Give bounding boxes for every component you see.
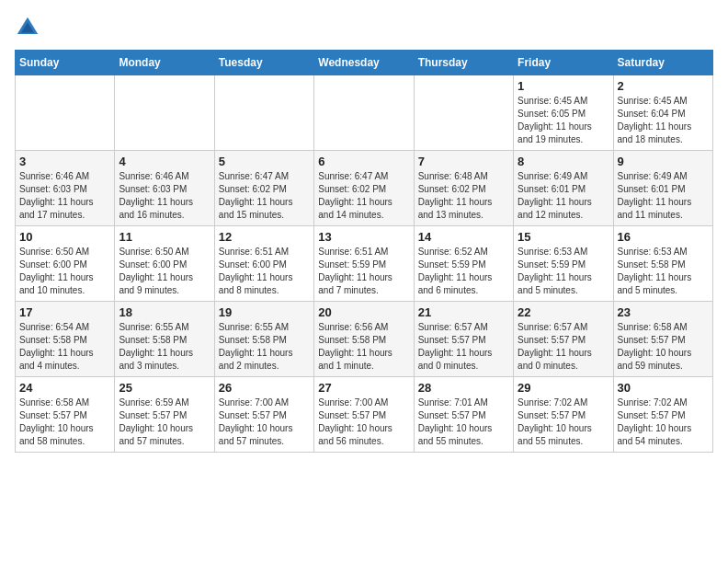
day-number: 24 bbox=[19, 381, 110, 395]
day-number: 14 bbox=[418, 230, 509, 244]
calendar-cell bbox=[115, 75, 214, 151]
week-row-1: 1Sunrise: 6:45 AM Sunset: 6:05 PM Daylig… bbox=[16, 75, 713, 151]
day-number: 15 bbox=[518, 230, 609, 244]
day-info: Sunrise: 7:01 AM Sunset: 5:57 PM Dayligh… bbox=[418, 396, 509, 448]
day-info: Sunrise: 6:47 AM Sunset: 6:02 PM Dayligh… bbox=[219, 170, 310, 222]
weekday-header-row: SundayMondayTuesdayWednesdayThursdayFrid… bbox=[16, 51, 713, 75]
day-number: 27 bbox=[318, 381, 409, 395]
day-info: Sunrise: 6:52 AM Sunset: 5:59 PM Dayligh… bbox=[418, 246, 509, 297]
day-info: Sunrise: 6:59 AM Sunset: 5:57 PM Dayligh… bbox=[119, 396, 210, 448]
calendar-cell: 18Sunrise: 6:55 AM Sunset: 5:58 PM Dayli… bbox=[115, 302, 214, 377]
day-info: Sunrise: 6:46 AM Sunset: 6:03 PM Dayligh… bbox=[19, 170, 110, 222]
day-info: Sunrise: 6:51 AM Sunset: 6:00 PM Dayligh… bbox=[219, 246, 310, 297]
day-number: 6 bbox=[318, 155, 409, 168]
day-number: 19 bbox=[219, 305, 310, 319]
calendar-cell: 24Sunrise: 6:58 AM Sunset: 5:57 PM Dayli… bbox=[16, 377, 115, 453]
day-number: 1 bbox=[518, 79, 609, 93]
calendar-cell: 16Sunrise: 6:53 AM Sunset: 5:58 PM Dayli… bbox=[613, 226, 712, 302]
calendar-cell: 22Sunrise: 6:57 AM Sunset: 5:57 PM Dayli… bbox=[514, 302, 613, 377]
week-row-4: 17Sunrise: 6:54 AM Sunset: 5:58 PM Dayli… bbox=[16, 302, 713, 377]
day-number: 13 bbox=[318, 230, 409, 244]
calendar-cell: 10Sunrise: 6:50 AM Sunset: 6:00 PM Dayli… bbox=[16, 226, 115, 302]
day-info: Sunrise: 6:54 AM Sunset: 5:58 PM Dayligh… bbox=[19, 321, 110, 373]
day-info: Sunrise: 6:53 AM Sunset: 5:59 PM Dayligh… bbox=[518, 246, 609, 297]
calendar-cell: 23Sunrise: 6:58 AM Sunset: 5:57 PM Dayli… bbox=[613, 302, 712, 377]
day-info: Sunrise: 6:45 AM Sunset: 6:04 PM Dayligh… bbox=[618, 95, 709, 146]
day-info: Sunrise: 6:46 AM Sunset: 6:03 PM Dayligh… bbox=[119, 170, 210, 222]
day-number: 11 bbox=[119, 230, 210, 244]
day-info: Sunrise: 7:00 AM Sunset: 5:57 PM Dayligh… bbox=[219, 396, 310, 448]
calendar-cell: 8Sunrise: 6:49 AM Sunset: 6:01 PM Daylig… bbox=[514, 151, 613, 226]
calendar-cell: 25Sunrise: 6:59 AM Sunset: 5:57 PM Dayli… bbox=[115, 377, 214, 453]
day-info: Sunrise: 6:48 AM Sunset: 6:02 PM Dayligh… bbox=[418, 170, 509, 222]
calendar-cell: 20Sunrise: 6:56 AM Sunset: 5:58 PM Dayli… bbox=[314, 302, 414, 377]
calendar-table: SundayMondayTuesdayWednesdayThursdayFrid… bbox=[15, 50, 713, 453]
day-info: Sunrise: 6:57 AM Sunset: 5:57 PM Dayligh… bbox=[518, 321, 609, 373]
weekday-header-tuesday: Tuesday bbox=[214, 51, 313, 75]
calendar-cell: 21Sunrise: 6:57 AM Sunset: 5:57 PM Dayli… bbox=[414, 302, 513, 377]
day-number: 18 bbox=[119, 305, 210, 319]
day-number: 30 bbox=[618, 381, 709, 395]
day-number: 20 bbox=[318, 305, 409, 319]
calendar-cell: 4Sunrise: 6:46 AM Sunset: 6:03 PM Daylig… bbox=[115, 151, 214, 226]
calendar-cell: 28Sunrise: 7:01 AM Sunset: 5:57 PM Dayli… bbox=[414, 377, 513, 453]
day-info: Sunrise: 6:49 AM Sunset: 6:01 PM Dayligh… bbox=[518, 170, 609, 222]
weekday-header-friday: Friday bbox=[514, 51, 613, 75]
day-number: 10 bbox=[19, 230, 110, 244]
week-row-5: 24Sunrise: 6:58 AM Sunset: 5:57 PM Dayli… bbox=[16, 377, 713, 453]
day-info: Sunrise: 6:56 AM Sunset: 5:58 PM Dayligh… bbox=[318, 321, 409, 373]
weekday-header-monday: Monday bbox=[115, 51, 214, 75]
day-number: 21 bbox=[418, 305, 509, 319]
calendar-cell: 5Sunrise: 6:47 AM Sunset: 6:02 PM Daylig… bbox=[214, 151, 313, 226]
calendar-cell bbox=[214, 75, 313, 151]
weekday-header-thursday: Thursday bbox=[414, 51, 513, 75]
day-number: 9 bbox=[618, 155, 709, 168]
day-info: Sunrise: 7:00 AM Sunset: 5:57 PM Dayligh… bbox=[318, 396, 409, 448]
calendar-cell: 29Sunrise: 7:02 AM Sunset: 5:57 PM Dayli… bbox=[514, 377, 613, 453]
day-info: Sunrise: 6:55 AM Sunset: 5:58 PM Dayligh… bbox=[119, 321, 210, 373]
day-info: Sunrise: 6:47 AM Sunset: 6:02 PM Dayligh… bbox=[318, 170, 409, 222]
day-number: 2 bbox=[618, 79, 709, 93]
day-info: Sunrise: 6:55 AM Sunset: 5:58 PM Dayligh… bbox=[219, 321, 310, 373]
calendar-cell: 15Sunrise: 6:53 AM Sunset: 5:59 PM Dayli… bbox=[514, 226, 613, 302]
day-number: 28 bbox=[418, 381, 509, 395]
calendar-cell: 9Sunrise: 6:49 AM Sunset: 6:01 PM Daylig… bbox=[613, 151, 712, 226]
calendar-cell bbox=[16, 75, 115, 151]
calendar-cell bbox=[414, 75, 513, 151]
calendar-cell: 30Sunrise: 7:02 AM Sunset: 5:57 PM Dayli… bbox=[613, 377, 712, 453]
day-info: Sunrise: 7:02 AM Sunset: 5:57 PM Dayligh… bbox=[518, 396, 609, 448]
week-row-3: 10Sunrise: 6:50 AM Sunset: 6:00 PM Dayli… bbox=[16, 226, 713, 302]
day-number: 23 bbox=[618, 305, 709, 319]
calendar-cell: 19Sunrise: 6:55 AM Sunset: 5:58 PM Dayli… bbox=[214, 302, 313, 377]
calendar-cell: 2Sunrise: 6:45 AM Sunset: 6:04 PM Daylig… bbox=[613, 75, 712, 151]
day-number: 8 bbox=[518, 155, 609, 168]
day-info: Sunrise: 7:02 AM Sunset: 5:57 PM Dayligh… bbox=[618, 396, 709, 448]
weekday-header-wednesday: Wednesday bbox=[314, 51, 414, 75]
logo bbox=[15, 15, 44, 40]
calendar-cell: 27Sunrise: 7:00 AM Sunset: 5:57 PM Dayli… bbox=[314, 377, 414, 453]
day-number: 12 bbox=[219, 230, 310, 244]
day-info: Sunrise: 6:50 AM Sunset: 6:00 PM Dayligh… bbox=[119, 246, 210, 297]
logo-icon bbox=[15, 15, 40, 40]
calendar-cell: 1Sunrise: 6:45 AM Sunset: 6:05 PM Daylig… bbox=[514, 75, 613, 151]
calendar-cell: 13Sunrise: 6:51 AM Sunset: 5:59 PM Dayli… bbox=[314, 226, 414, 302]
calendar-cell bbox=[314, 75, 414, 151]
day-info: Sunrise: 6:57 AM Sunset: 5:57 PM Dayligh… bbox=[418, 321, 509, 373]
day-number: 7 bbox=[418, 155, 509, 168]
day-number: 17 bbox=[19, 305, 110, 319]
calendar-cell: 3Sunrise: 6:46 AM Sunset: 6:03 PM Daylig… bbox=[16, 151, 115, 226]
calendar-cell: 11Sunrise: 6:50 AM Sunset: 6:00 PM Dayli… bbox=[115, 226, 214, 302]
week-row-2: 3Sunrise: 6:46 AM Sunset: 6:03 PM Daylig… bbox=[16, 151, 713, 226]
calendar-cell: 26Sunrise: 7:00 AM Sunset: 5:57 PM Dayli… bbox=[214, 377, 313, 453]
day-info: Sunrise: 6:53 AM Sunset: 5:58 PM Dayligh… bbox=[618, 246, 709, 297]
day-number: 16 bbox=[618, 230, 709, 244]
day-info: Sunrise: 6:58 AM Sunset: 5:57 PM Dayligh… bbox=[618, 321, 709, 373]
day-number: 25 bbox=[119, 381, 210, 395]
weekday-header-sunday: Sunday bbox=[16, 51, 115, 75]
calendar-cell: 7Sunrise: 6:48 AM Sunset: 6:02 PM Daylig… bbox=[414, 151, 513, 226]
day-number: 4 bbox=[119, 155, 210, 168]
day-info: Sunrise: 6:45 AM Sunset: 6:05 PM Dayligh… bbox=[518, 95, 609, 146]
day-number: 5 bbox=[219, 155, 310, 168]
weekday-header-saturday: Saturday bbox=[613, 51, 712, 75]
page-header bbox=[15, 15, 713, 40]
